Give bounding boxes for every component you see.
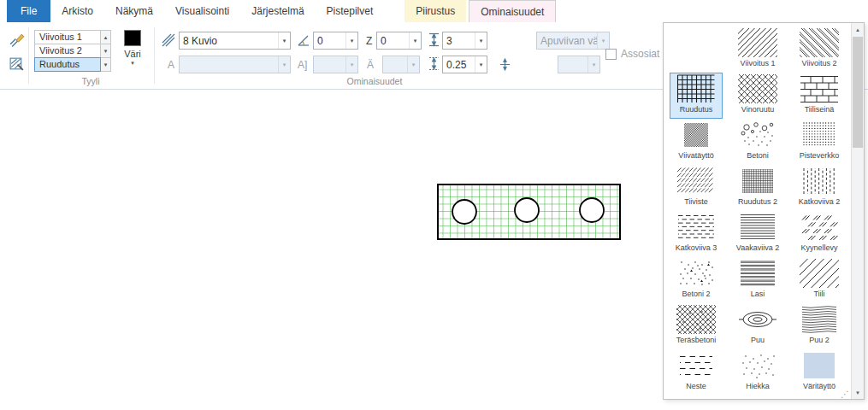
- pattern-cell-ruudutus2[interactable]: Ruudutus 2: [731, 165, 784, 211]
- pattern-label: Pisteverkko: [800, 151, 840, 160]
- pattern-cell-puu2[interactable]: Puu 2: [793, 303, 846, 349]
- chevron-down-icon[interactable]: ▾: [409, 32, 421, 49]
- create-hatch-tool-button[interactable]: [6, 29, 27, 50]
- z-level-field[interactable]: 0▾: [376, 32, 422, 50]
- pattern-swatch-viivataytto[interactable]: [676, 120, 716, 149]
- pattern-swatch-viivoitus1[interactable]: [738, 28, 777, 57]
- line-width-field[interactable]: 0.25▾: [442, 56, 487, 73]
- pattern-label: Betoni: [747, 151, 769, 160]
- pattern-swatch-vaakaviiva2[interactable]: [738, 213, 777, 242]
- pattern-cell-ruudutus[interactable]: Ruudutus: [670, 73, 723, 119]
- panel-resize-grip[interactable]: ⋰: [841, 390, 849, 399]
- associative-checkbox[interactable]: Assosiat: [605, 48, 665, 60]
- pattern-cell-puu[interactable]: Puu: [731, 303, 784, 349]
- line-offset-icon: [428, 56, 440, 71]
- pattern-grid: Viivoitus 1Viivoitus 2RuudutusVinoruutuT…: [665, 26, 852, 395]
- hatch-spacing-field[interactable]: 3▾: [442, 32, 487, 50]
- pattern-swatch-puu[interactable]: [738, 305, 777, 334]
- pattern-swatch-neste[interactable]: [676, 351, 716, 380]
- pattern-cell-katkoviiva2[interactable]: Katkoviiva 2: [793, 165, 846, 211]
- pattern-cell-viivataytto[interactable]: Viivatäyttö: [670, 119, 723, 165]
- group-separator: [154, 27, 155, 84]
- spacing-align-button[interactable]: [496, 56, 514, 73]
- pattern-label: Tiiviste: [684, 197, 708, 206]
- tab-piirustus[interactable]: Piirustus: [404, 0, 466, 22]
- chevron-down-icon[interactable]: ▾: [345, 32, 357, 49]
- pattern-cell-vinoruutu[interactable]: Vinoruutu: [731, 73, 784, 119]
- scroll-up-button[interactable]: ▲: [852, 23, 864, 36]
- pattern-cell-katkoviiva3[interactable]: Katkoviiva 3: [670, 211, 723, 257]
- hatched-plate-drawing[interactable]: [435, 182, 623, 242]
- pattern-cell-varitaytto[interactable]: Väritäyttö: [793, 349, 846, 395]
- pattern-cell-neste[interactable]: Neste: [670, 349, 723, 395]
- pattern-cell-none: [670, 26, 723, 73]
- pattern-cell-tiiliseina[interactable]: Tiiliseinä: [793, 73, 846, 119]
- pattern-swatch-ruudutus[interactable]: [676, 74, 716, 103]
- edit-hatch-tool-button[interactable]: [6, 53, 27, 73]
- pattern-swatch-kyynellevy[interactable]: [800, 213, 839, 242]
- pattern-cell-terasbetoni[interactable]: Teräsbetoni: [670, 303, 723, 349]
- pattern-cell-viivoitus1[interactable]: Viivoitus 1: [731, 26, 784, 73]
- pattern-label: Puu 2: [809, 336, 830, 344]
- tab-j-rjestelm[interactable]: Järjestelmä: [240, 0, 315, 22]
- pattern-swatch-lasi[interactable]: [738, 259, 777, 288]
- pattern-swatch-viivoitus2[interactable]: [800, 28, 839, 57]
- style-gallery-item-viivoitus-1[interactable]: Viivoitus 1: [34, 30, 101, 44]
- scroll-down-button[interactable]: ▼: [852, 386, 864, 399]
- pattern-swatch-betoni2[interactable]: [676, 259, 716, 288]
- pattern-swatch-betoni[interactable]: [738, 120, 777, 149]
- pattern-swatch-tiiviste[interactable]: [676, 167, 716, 196]
- pattern-cell-tiiviste[interactable]: Tiiviste: [670, 165, 723, 211]
- pattern-select[interactable]: 8 Kuvio▾: [179, 32, 291, 50]
- pattern-cell-kyynellevy[interactable]: Kyynellevy: [793, 211, 846, 257]
- pattern-cell-viivoitus2[interactable]: Viivoitus 2: [793, 26, 846, 73]
- gallery-scroll-up-button[interactable]: ▴: [100, 30, 111, 44]
- pattern-swatch-katkoviiva3[interactable]: [676, 213, 716, 242]
- pattern-swatch-hiekka[interactable]: [738, 351, 777, 380]
- gallery-scroll-down-button[interactable]: ▾: [100, 44, 111, 58]
- panel-scrollbar[interactable]: ▲ ▼: [851, 23, 864, 399]
- pattern-swatch-katkoviiva2[interactable]: [800, 167, 839, 196]
- pattern-swatch-tiili[interactable]: [800, 259, 839, 288]
- chevron-down-icon[interactable]: ▾: [475, 32, 487, 49]
- checkbox-box[interactable]: [605, 49, 617, 60]
- pattern-cell-lasi[interactable]: Lasi: [731, 257, 784, 303]
- style-gallery-scroll: ▴ ▾ ▾: [100, 30, 111, 71]
- tab-arkisto[interactable]: Arkisto: [50, 0, 104, 22]
- pattern-label: Neste: [686, 382, 706, 390]
- pattern-cell-tiili[interactable]: Tiili: [793, 257, 846, 303]
- pattern-swatch-terasbetoni[interactable]: [676, 305, 716, 334]
- pattern-label: Teräsbetoni: [676, 336, 717, 344]
- pattern-cell-pisteverkko[interactable]: Pisteverkko: [793, 119, 846, 165]
- pattern-cell-vaakaviiva2[interactable]: Vaakaviiva 2: [731, 211, 784, 257]
- pattern-label: Katkoviiva 3: [676, 243, 717, 252]
- gallery-expand-button[interactable]: ▾: [100, 57, 111, 72]
- pattern-swatch-ruudutus2[interactable]: [738, 167, 777, 196]
- scroll-thumb[interactable]: [853, 37, 863, 148]
- pattern-swatch-none[interactable]: [676, 28, 716, 57]
- chevron-down-icon: ▾: [588, 56, 599, 73]
- pattern-swatch-vinoruutu[interactable]: [738, 74, 777, 103]
- pattern-label: Betoni 2: [682, 290, 710, 298]
- tab-ominaisuudet[interactable]: Ominaisuudet: [469, 0, 556, 22]
- chevron-down-icon[interactable]: ▾: [278, 32, 290, 49]
- hatch-spacing-value: 3: [443, 35, 475, 47]
- pattern-swatch-pisteverkko[interactable]: [800, 120, 839, 149]
- tab-n-kym[interactable]: Näkymä: [104, 0, 164, 22]
- tab-visualisointi[interactable]: Visualisointi: [164, 0, 240, 22]
- style-gallery-item-ruudutus[interactable]: Ruudutus: [34, 57, 101, 72]
- chevron-down-icon[interactable]: ▾: [475, 56, 487, 73]
- hatch-angle-field[interactable]: 0▾: [313, 32, 358, 50]
- pattern-cell-hiekka[interactable]: Hiekka: [731, 349, 784, 395]
- pattern-cell-betoni[interactable]: Betoni: [731, 119, 784, 165]
- tab-file[interactable]: File: [7, 0, 50, 22]
- tab-pistepilvet[interactable]: Pistepilvet: [316, 0, 385, 22]
- pattern-swatch-tiiliseina[interactable]: [800, 74, 839, 103]
- scale-icon-label: Ä: [367, 59, 374, 71]
- chevron-down-icon: ▾: [407, 56, 419, 73]
- color-picker-button[interactable]: Väri ▾: [118, 30, 147, 67]
- pattern-swatch-puu2[interactable]: [800, 305, 839, 334]
- pattern-swatch-varitaytto[interactable]: [800, 351, 839, 380]
- style-gallery-item-viivoitus-2[interactable]: Viivoitus 2: [34, 44, 101, 58]
- pattern-cell-betoni2[interactable]: Betoni 2: [670, 257, 723, 303]
